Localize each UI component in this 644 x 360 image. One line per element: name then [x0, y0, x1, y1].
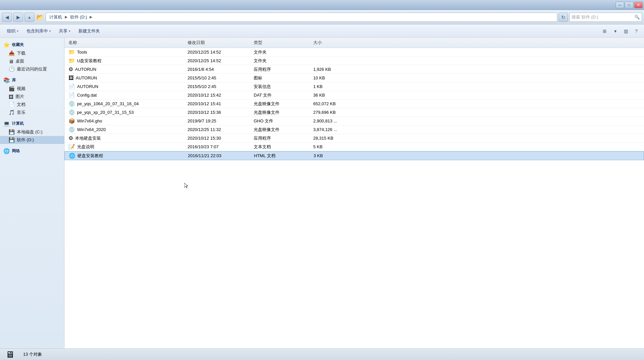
- file-type-cell: 文件夹: [252, 58, 312, 64]
- table-row[interactable]: 📁 U盘安装教程 2020/12/25 14:52 文件夹: [64, 57, 644, 65]
- minimize-button[interactable]: ─: [616, 2, 624, 8]
- back-button[interactable]: ◀: [2, 13, 12, 22]
- file-icon: 📄: [68, 92, 75, 98]
- table-row[interactable]: 🌐 硬盘安装教程 2016/11/21 22:03 HTML 文档 3 KB: [64, 151, 644, 160]
- file-modified-cell: 2020/12/25 14:52: [186, 58, 252, 64]
- libraries-label: 库: [12, 77, 16, 83]
- col-size[interactable]: 大小: [312, 39, 371, 46]
- file-size-cell: 36 KB: [312, 92, 371, 98]
- path-software-d[interactable]: 软件 (D:): [69, 14, 88, 21]
- share-button[interactable]: 共享 ▾: [55, 26, 74, 36]
- maximize-button[interactable]: □: [625, 2, 633, 8]
- file-modified-cell: 2019/9/7 19:25: [186, 118, 252, 124]
- network-title[interactable]: 🌐 网络: [0, 147, 64, 156]
- table-row[interactable]: 💿 pe_yqs_xp_20_07_31_15_53 2020/10/12 15…: [64, 108, 644, 117]
- view-button[interactable]: ⊞: [600, 27, 609, 35]
- sidebar-item-pictures[interactable]: 🖼 图片: [0, 93, 64, 101]
- new-folder-button[interactable]: 新建文件夹: [75, 26, 104, 36]
- table-row[interactable]: 🖼 AUTORUN 2015/5/10 2:45 图标 10 KB: [64, 74, 644, 82]
- view-dropdown-button[interactable]: ▾: [611, 27, 620, 35]
- col-type[interactable]: 类型: [252, 39, 312, 46]
- videos-icon: 🎬: [9, 86, 15, 92]
- file-icon: 🖼: [68, 75, 74, 81]
- music-label: 音乐: [17, 110, 25, 115]
- network-label: 网络: [12, 148, 20, 154]
- libraries-title[interactable]: 📚 库: [0, 76, 64, 85]
- file-name: Win7x64_2020: [77, 127, 106, 132]
- local-c-label: 本地磁盘 (C:): [17, 129, 42, 135]
- sidebar-item-local-c[interactable]: 💾 本地磁盘 (C:): [0, 128, 64, 136]
- file-modified-cell: 2016/11/21 22:03: [187, 153, 253, 158]
- organize-label: 组织: [7, 28, 16, 34]
- table-row[interactable]: 📄 Config.dat 2020/10/12 15:42 DAT 文件 36 …: [64, 91, 644, 100]
- file-name-cell: 📄 AUTORUN: [67, 83, 186, 90]
- file-icon: 📁: [68, 58, 75, 64]
- table-row[interactable]: 📦 Win7x64.gho 2019/9/7 19:25 GHO 文件 2,90…: [64, 117, 644, 125]
- help-button[interactable]: ?: [632, 27, 641, 35]
- sidebar-item-music[interactable]: 🎵 音乐: [0, 109, 64, 116]
- filelist: 名称 修改日期 类型 大小 📁 Tools 2020/12/25 14:52 文…: [64, 38, 644, 348]
- favorites-icon: ⭐: [3, 42, 10, 48]
- network-section: 🌐 网络: [0, 147, 64, 156]
- col-modified[interactable]: 修改日期: [186, 39, 252, 46]
- file-icon: ⚙: [68, 66, 73, 72]
- table-row[interactable]: 💿 Win7x64_2020 2020/12/25 11:32 光盘映像文件 3…: [64, 125, 644, 134]
- table-row[interactable]: 📝 光盘说明 2016/10/23 7:07 文本文档 5 KB: [64, 143, 644, 151]
- sidebar-item-software-d[interactable]: 💾 软件 (D:): [0, 136, 64, 144]
- file-modified-cell: 2020/10/12 15:30: [186, 135, 252, 141]
- sidebar-item-downloads[interactable]: 📥 下载: [0, 49, 64, 57]
- location-icon: 📂: [36, 13, 44, 22]
- computer-icon: 💻: [3, 120, 10, 127]
- file-name: Tools: [77, 50, 87, 55]
- file-icon: 💿: [68, 109, 75, 115]
- path-computer[interactable]: 计算机: [48, 14, 64, 21]
- downloads-label: 下载: [17, 50, 25, 56]
- titlebar: ─ □ ✕: [0, 0, 644, 10]
- table-row[interactable]: 📁 Tools 2020/12/25 14:52 文件夹: [64, 48, 644, 57]
- desktop-label: 桌面: [16, 58, 24, 64]
- computer-title[interactable]: 💻 计算机: [0, 119, 64, 128]
- table-row[interactable]: ⚙ AUTORUN 2016/1/8 4:54 应用程序 1,926 KB: [64, 65, 644, 74]
- favorites-label: 收藏夹: [12, 42, 24, 48]
- file-name-cell: ⚙ 本地硬盘安装: [67, 135, 186, 142]
- file-rows-container: 📁 Tools 2020/12/25 14:52 文件夹 📁 U盘安装教程 20…: [64, 48, 644, 160]
- address-path[interactable]: 计算机 ▶ 软件 (D:) ▶: [46, 13, 557, 22]
- forward-button[interactable]: ▶: [13, 13, 23, 22]
- table-row[interactable]: 💿 pe_yqs_1064_20_07_31_16_04 2020/10/12 …: [64, 100, 644, 108]
- file-name: 硬盘安装教程: [77, 153, 103, 159]
- file-name-cell: 📁 Tools: [67, 49, 186, 56]
- up-button[interactable]: ▲: [24, 13, 34, 22]
- table-row[interactable]: ⚙ 本地硬盘安装 2020/10/12 15:30 应用程序 28,315 KB: [64, 134, 644, 143]
- close-button[interactable]: ✕: [634, 2, 643, 8]
- addressbar: ◀ ▶ ▲ 📂 计算机 ▶ 软件 (D:) ▶ ↻ 搜索 软件 (D:) 🔍: [0, 10, 644, 24]
- recent-icon: 🕐: [9, 66, 15, 72]
- main-container: ⭐ 收藏夹 📥 下载 🖥 桌面 🕐 最近访问的位置 📚 库 🎬: [0, 38, 644, 348]
- col-name[interactable]: 名称: [67, 39, 186, 46]
- status-count: 13 个对象: [23, 351, 42, 357]
- sidebar-item-recent[interactable]: 🕐 最近访问的位置: [0, 65, 64, 73]
- sidebar-item-desktop[interactable]: 🖥 桌面: [0, 57, 64, 65]
- file-size-cell: 3,874,126 ...: [312, 127, 371, 132]
- file-size-cell: 3 KB: [312, 153, 372, 158]
- search-box[interactable]: 搜索 软件 (D:) 🔍: [569, 13, 642, 22]
- table-row[interactable]: 📄 AUTORUN 2015/5/10 2:45 安装信息 1 KB: [64, 82, 644, 91]
- music-icon: 🎵: [9, 110, 15, 115]
- file-type-cell: 图标: [252, 75, 312, 81]
- file-name: AUTORUN: [75, 67, 96, 72]
- sidebar-item-videos[interactable]: 🎬 视频: [0, 85, 64, 93]
- share-label: 共享: [59, 28, 67, 34]
- preview-icon: ▥: [624, 28, 628, 34]
- file-name-cell: 🖼 AUTORUN: [67, 75, 186, 81]
- favorites-title[interactable]: ⭐ 收藏夹: [0, 40, 64, 49]
- organize-button[interactable]: 组织 ▾: [3, 26, 22, 36]
- file-icon: 📝: [68, 144, 75, 150]
- recent-label: 最近访问的位置: [17, 66, 47, 72]
- view-icon: ⊞: [603, 28, 607, 34]
- refresh-button[interactable]: ↻: [559, 13, 568, 22]
- libraries-icon: 📚: [3, 77, 10, 83]
- file-name: Win7x64.gho: [77, 118, 102, 123]
- sidebar-item-documents[interactable]: 📄 文档: [0, 101, 64, 109]
- preview-pane-button[interactable]: ▥: [622, 27, 630, 35]
- include-library-button[interactable]: 包含到库中 ▾: [23, 26, 55, 36]
- status-app-icon: 🖥: [3, 349, 17, 360]
